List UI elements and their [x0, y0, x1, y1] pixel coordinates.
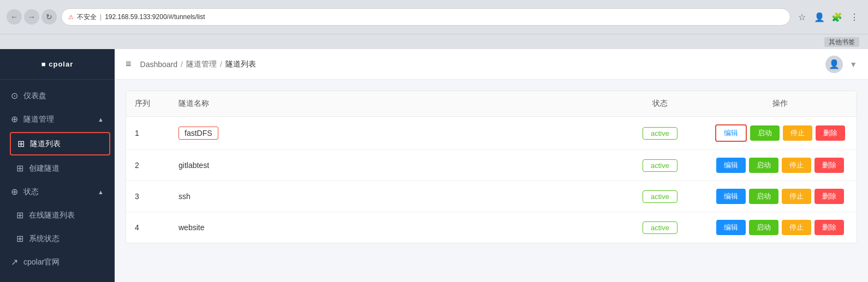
bookmarks-bar: 其他书签	[0, 34, 868, 49]
breadcrumb-section[interactable]: 隧道管理	[186, 59, 217, 69]
cpolar-external-icon: ↗	[11, 257, 18, 267]
cell-name-1: gitlabtest	[170, 150, 616, 181]
sidebar-item-create-tunnel-label: 创建隧道	[29, 164, 60, 173]
sidebar-group-tunnel-management[interactable]: ⊕ 隧道管理 ▲	[0, 107, 115, 131]
sidebar: ■ cpolar ⊙ 仪表盘 ⊕ 隧道管理 ▲ ⊞ 隧道列表 ⊞	[0, 49, 115, 282]
start-button-0[interactable]: 启动	[750, 125, 780, 141]
stop-button-1[interactable]: 停止	[782, 158, 811, 173]
stop-button-3[interactable]: 停止	[782, 220, 811, 235]
breadcrumb-current: 隧道列表	[225, 59, 256, 69]
cell-status-1: active	[616, 150, 704, 181]
delete-button-3[interactable]: 删除	[815, 220, 844, 235]
breadcrumb-sep-2: /	[220, 60, 222, 69]
sidebar-item-dashboard[interactable]: ⊙ 仪表盘	[0, 84, 115, 107]
cell-seq-2: 3	[126, 181, 170, 212]
menu-toggle-icon[interactable]: ≡	[126, 58, 132, 70]
table-container: 序列 隧道名称 状态 操作 1fastDFSactive编辑启动停止删除2git…	[126, 91, 857, 243]
sidebar-group-status-label: 状态	[23, 187, 39, 197]
sidebar-item-system-status-label: 系统状态	[29, 234, 60, 244]
security-warning-icon: ⚠	[68, 14, 74, 21]
start-button-1[interactable]: 启动	[749, 158, 778, 173]
dashboard-icon: ⊙	[11, 91, 18, 101]
breadcrumb: Dashboard / 隧道管理 / 隧道列表	[140, 59, 256, 69]
back-button[interactable]: ←	[7, 9, 22, 25]
extensions-button[interactable]: 🧩	[830, 10, 844, 24]
sidebar-menu: ⊙ 仪表盘 ⊕ 隧道管理 ▲ ⊞ 隧道列表 ⊞ 创建隧道	[0, 80, 115, 282]
browser-bar: ← → ↻ ⚠ 不安全 | 192.168.59.133:9200/#/tunn…	[0, 0, 868, 34]
col-header-status: 状态	[616, 91, 704, 117]
table-row: 4websiteactive编辑启动停止删除	[126, 212, 857, 243]
sidebar-item-create-tunnel[interactable]: ⊞ 创建隧道	[5, 157, 115, 180]
cell-status-0: active	[616, 117, 704, 150]
action-buttons-2: 编辑启动停止删除	[712, 189, 848, 204]
action-buttons-3: 编辑启动停止删除	[712, 220, 848, 235]
tunnel-list-icon: ⊞	[17, 139, 25, 149]
url-text: 192.168.59.133:9200/#/tunnels/list	[105, 13, 205, 21]
edit-button-0[interactable]: 编辑	[715, 124, 747, 142]
edit-button-3[interactable]: 编辑	[716, 220, 746, 235]
status-badge: active	[643, 221, 677, 234]
refresh-button[interactable]: ↻	[41, 9, 57, 25]
status-badge: active	[643, 190, 677, 203]
cell-actions-0: 编辑启动停止删除	[704, 117, 857, 150]
sidebar-item-system-status[interactable]: ⊞ 系统状态	[5, 227, 115, 250]
cell-name-3: website	[170, 212, 616, 243]
bookmark-star-button[interactable]: ☆	[795, 10, 809, 24]
delete-button-1[interactable]: 删除	[815, 158, 844, 173]
sidebar-group-status[interactable]: ⊕ 状态 ▲	[0, 180, 115, 203]
browser-actions: ☆ 👤 🧩 ⋮	[795, 10, 861, 24]
system-status-icon: ⊞	[16, 233, 23, 244]
cell-actions-3: 编辑启动停止删除	[704, 212, 857, 243]
forward-button[interactable]: →	[24, 9, 39, 25]
start-button-3[interactable]: 启动	[749, 220, 778, 235]
sidebar-item-cpolar[interactable]: ↗ cpolar官网	[0, 250, 115, 274]
tunnel-name-box: fastDFS	[179, 127, 218, 140]
cell-status-2: active	[616, 181, 704, 212]
cell-seq-1: 2	[126, 150, 170, 181]
profile-button[interactable]: 👤	[812, 10, 827, 24]
header-right: 👤 ▼	[825, 56, 857, 73]
sidebar-item-tunnel-list[interactable]: ⊞ 隧道列表	[10, 132, 110, 155]
header: ≡ Dashboard / 隧道管理 / 隧道列表 👤 ▼	[115, 49, 868, 80]
more-button[interactable]: ⋮	[847, 10, 861, 24]
delete-button-2[interactable]: 删除	[815, 189, 844, 204]
breadcrumb-sep-1: /	[181, 60, 183, 69]
main-content: ≡ Dashboard / 隧道管理 / 隧道列表 👤 ▼	[115, 49, 868, 282]
status-badge: active	[643, 127, 677, 140]
security-warning-text: 不安全	[77, 13, 97, 22]
stop-button-2[interactable]: 停止	[782, 189, 811, 204]
table-header-row: 序列 隧道名称 状态 操作	[126, 91, 857, 117]
cell-status-3: active	[616, 212, 704, 243]
edit-button-1[interactable]: 编辑	[716, 158, 746, 173]
cell-name-0: fastDFS	[170, 117, 616, 150]
sidebar-item-online-tunnels-label: 在线隧道列表	[29, 211, 75, 220]
online-tunnels-icon: ⊞	[16, 210, 23, 220]
sidebar-item-cpolar-label: cpolar官网	[23, 257, 60, 267]
delete-button-0[interactable]: 删除	[816, 125, 845, 141]
sidebar-logo: ■ cpolar	[0, 49, 115, 80]
stop-button-0[interactable]: 停止	[783, 125, 812, 141]
edit-button-2[interactable]: 编辑	[716, 189, 746, 204]
table-row: 3sshactive编辑启动停止删除	[126, 181, 857, 212]
status-icon: ⊕	[11, 187, 18, 197]
start-button-2[interactable]: 启动	[749, 189, 778, 204]
cell-seq-3: 4	[126, 212, 170, 243]
status-badge: active	[643, 159, 677, 172]
table-row: 2gitlabtestactive编辑启动停止删除	[126, 150, 857, 181]
table-row: 1fastDFSactive编辑启动停止删除	[126, 117, 857, 150]
create-tunnel-icon: ⊞	[16, 163, 23, 173]
other-bookmarks[interactable]: 其他书签	[824, 37, 859, 47]
status-arrow: ▲	[98, 189, 104, 195]
avatar-dropdown-arrow[interactable]: ▼	[849, 60, 857, 69]
breadcrumb-home[interactable]: Dashboard	[140, 60, 178, 69]
cell-actions-2: 编辑启动停止删除	[704, 181, 857, 212]
address-bar[interactable]: ⚠ 不安全 | 192.168.59.133:9200/#/tunnels/li…	[61, 8, 790, 26]
nav-buttons: ← → ↻	[7, 9, 57, 25]
sidebar-sub-status: ⊞ 在线隧道列表 ⊞ 系统状态	[0, 203, 115, 250]
col-header-name: 隧道名称	[170, 91, 616, 117]
header-left: ≡ Dashboard / 隧道管理 / 隧道列表	[126, 58, 256, 70]
tunnel-management-arrow: ▲	[98, 116, 104, 123]
avatar[interactable]: 👤	[825, 56, 843, 73]
sidebar-item-dashboard-label: 仪表盘	[23, 91, 46, 101]
sidebar-item-online-tunnels[interactable]: ⊞ 在线隧道列表	[5, 203, 115, 227]
